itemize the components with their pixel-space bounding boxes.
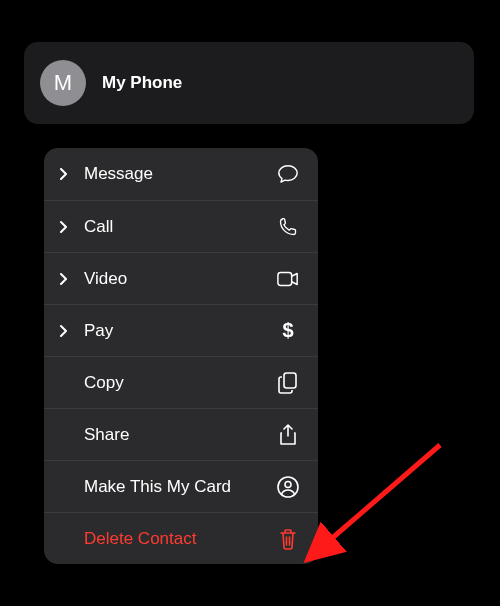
avatar: M <box>40 60 86 106</box>
menu-item-delete[interactable]: Delete Contact <box>44 512 318 564</box>
menu-item-copy[interactable]: Copy <box>44 356 318 408</box>
svg-text:$: $ <box>282 320 293 341</box>
contact-name: My Phone <box>102 73 182 93</box>
menu-item-message[interactable]: Message <box>44 148 318 200</box>
context-menu: Message Call Video Pay $ <box>44 148 318 564</box>
chevron-right-icon <box>60 273 78 285</box>
person-circle-icon <box>276 475 300 499</box>
menu-label: Pay <box>84 321 276 341</box>
menu-item-share[interactable]: Share <box>44 408 318 460</box>
share-icon <box>276 423 300 447</box>
contact-card[interactable]: M My Phone <box>24 42 474 124</box>
svg-point-4 <box>285 481 291 487</box>
video-icon <box>276 267 300 291</box>
avatar-initial: M <box>54 70 72 96</box>
svg-line-5 <box>330 445 440 540</box>
phone-icon <box>276 215 300 239</box>
message-icon <box>276 162 300 186</box>
chevron-right-icon <box>60 168 78 180</box>
menu-label: Delete Contact <box>84 529 276 549</box>
svg-rect-0 <box>278 272 292 285</box>
menu-label: Copy <box>84 373 276 393</box>
menu-item-call[interactable]: Call <box>44 200 318 252</box>
menu-item-pay[interactable]: Pay $ <box>44 304 318 356</box>
trash-icon <box>276 527 300 551</box>
chevron-right-icon <box>60 221 78 233</box>
menu-label: Message <box>84 164 276 184</box>
menu-label: Call <box>84 217 276 237</box>
menu-item-mycard[interactable]: Make This My Card <box>44 460 318 512</box>
menu-label: Make This My Card <box>84 477 276 497</box>
menu-item-video[interactable]: Video <box>44 252 318 304</box>
menu-label: Video <box>84 269 276 289</box>
menu-label: Share <box>84 425 276 445</box>
copy-icon <box>276 371 300 395</box>
dollar-icon: $ <box>276 319 300 343</box>
chevron-right-icon <box>60 325 78 337</box>
svg-rect-2 <box>284 373 296 388</box>
